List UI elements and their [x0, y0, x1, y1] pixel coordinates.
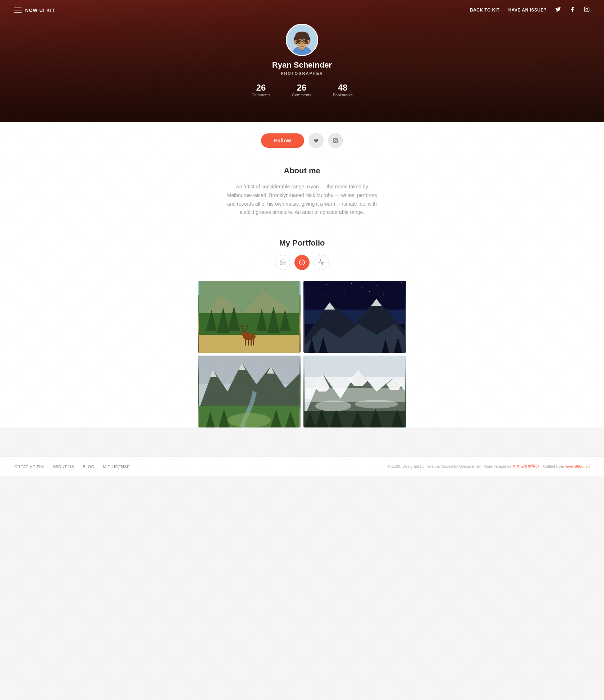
- portfolio-item-2[interactable]: [303, 281, 406, 353]
- svg-point-17: [301, 43, 303, 45]
- svg-point-94: [315, 401, 351, 411]
- filter-circle-button[interactable]: [294, 255, 310, 270]
- footer-copyright: © 2020, Designed by Invision. Coded by C…: [388, 464, 590, 469]
- svg-point-75: [228, 413, 271, 427]
- avatar-illustration: [287, 25, 317, 55]
- portfolio-item-4[interactable]: [303, 356, 406, 427]
- footer-site-url[interactable]: www.666ui.cn: [565, 464, 590, 468]
- footer-link-blog[interactable]: BLOG: [83, 465, 95, 469]
- svg-point-49: [337, 289, 337, 290]
- stat-bookmarks: 48 Bookmarks: [333, 83, 353, 97]
- svg-point-51: [362, 287, 362, 288]
- profile-section: Ryan Scheinder PHOTOGRAPHER 26 Comments …: [251, 24, 352, 97]
- svg-rect-39: [253, 339, 254, 346]
- stat-comments-2: 26 Comments: [292, 83, 311, 97]
- avatar: [286, 24, 318, 56]
- navbar: NOW UI KIT BACK TO KIT HAVE AN ISSUE?: [0, 0, 604, 20]
- svg-point-16: [305, 41, 307, 43]
- footer: CREATIVE TIM ABOUT US BLOG MIT LICENSE ©…: [0, 456, 604, 476]
- stats-row: 26 Comments 26 Comments 48 Bookmarks: [251, 83, 352, 97]
- filter-activity-button[interactable]: [314, 255, 329, 270]
- svg-point-50: [351, 283, 352, 284]
- instagram-nav-icon[interactable]: [584, 6, 590, 14]
- portfolio-item-3[interactable]: [198, 356, 301, 427]
- svg-point-53: [390, 288, 391, 288]
- twitter-social-button[interactable]: [308, 133, 324, 148]
- snowy-mountain-image: [303, 356, 406, 427]
- svg-point-35: [242, 331, 248, 337]
- svg-point-47: [315, 288, 316, 288]
- footer-links: CREATIVE TIM ABOUT US BLOG MIT LICENSE: [14, 465, 130, 469]
- follow-button[interactable]: Follow: [261, 133, 304, 148]
- hero-section: NOW UI KIT BACK TO KIT HAVE AN ISSUE?: [0, 0, 604, 122]
- night-mountain-image: [303, 281, 406, 353]
- stat-label-bookmarks: Bookmarks: [333, 93, 353, 97]
- facebook-nav-icon[interactable]: [569, 6, 575, 14]
- action-row-wrapper: Follow: [0, 122, 604, 148]
- hamburger-icon[interactable]: [14, 8, 22, 13]
- stat-number-bookmarks: 48: [338, 83, 348, 93]
- forest-deer-image: [198, 281, 301, 353]
- navbar-left: NOW UI KIT: [14, 8, 55, 13]
- nav-back-to-kit[interactable]: BACK TO KIT: [470, 8, 500, 13]
- portfolio-item-1[interactable]: [198, 281, 301, 353]
- svg-point-54: [401, 282, 402, 283]
- stat-label-comments-1: Comments: [251, 93, 270, 97]
- navbar-right: BACK TO KIT HAVE AN ISSUE?: [470, 6, 590, 14]
- profile-title: PHOTOGRAPHER: [281, 71, 323, 76]
- svg-point-58: [383, 294, 384, 294]
- about-title: About me: [7, 166, 597, 175]
- valley-river-image: [198, 356, 301, 427]
- content-area: About me An artist of considerable range…: [0, 148, 604, 427]
- brand-name: NOW UI KIT: [25, 8, 55, 13]
- svg-point-57: [369, 291, 370, 292]
- svg-point-20: [336, 139, 337, 139]
- svg-point-95: [355, 400, 398, 408]
- stat-label-comments-2: Comments: [292, 93, 311, 97]
- svg-point-48: [326, 284, 326, 285]
- profile-name: Ryan Scheinder: [272, 60, 332, 70]
- portfolio-grid: [198, 281, 406, 427]
- portfolio-title: My Portfolio: [7, 238, 597, 248]
- stat-comments-1: 26 Comments: [251, 83, 270, 97]
- stat-number-comments-1: 26: [256, 83, 266, 93]
- svg-rect-38: [251, 339, 252, 346]
- svg-point-56: [344, 293, 344, 294]
- svg-rect-37: [248, 339, 249, 346]
- portfolio-filters: [7, 255, 597, 270]
- svg-point-1: [586, 8, 587, 10]
- twitter-nav-icon[interactable]: [555, 6, 561, 14]
- action-row: Follow: [261, 133, 343, 148]
- footer-link-mit[interactable]: MIT LICENSE: [103, 465, 130, 469]
- svg-rect-36: [245, 339, 246, 346]
- nav-have-issue[interactable]: HAVE AN ISSUE?: [508, 8, 546, 13]
- footer-link-about-us[interactable]: ABOUT US: [52, 465, 74, 469]
- filter-image-button[interactable]: [275, 255, 290, 270]
- svg-point-15: [298, 41, 300, 43]
- svg-rect-0: [584, 7, 589, 12]
- about-description: An artist of considerable range, Ryan — …: [226, 183, 378, 217]
- svg-point-55: [322, 295, 323, 296]
- footer-link-creative-tim[interactable]: CREATIVE TIM: [14, 465, 44, 469]
- stat-number-comments-2: 26: [297, 83, 307, 93]
- svg-rect-18: [333, 138, 338, 143]
- svg-point-52: [376, 285, 377, 285]
- svg-point-2: [588, 8, 588, 8]
- svg-rect-86: [305, 388, 405, 402]
- footer-template-site[interactable]: 年年ui素材平台: [513, 464, 540, 468]
- svg-point-22: [281, 261, 282, 262]
- instagram-social-button[interactable]: [328, 133, 343, 148]
- svg-point-19: [334, 140, 336, 142]
